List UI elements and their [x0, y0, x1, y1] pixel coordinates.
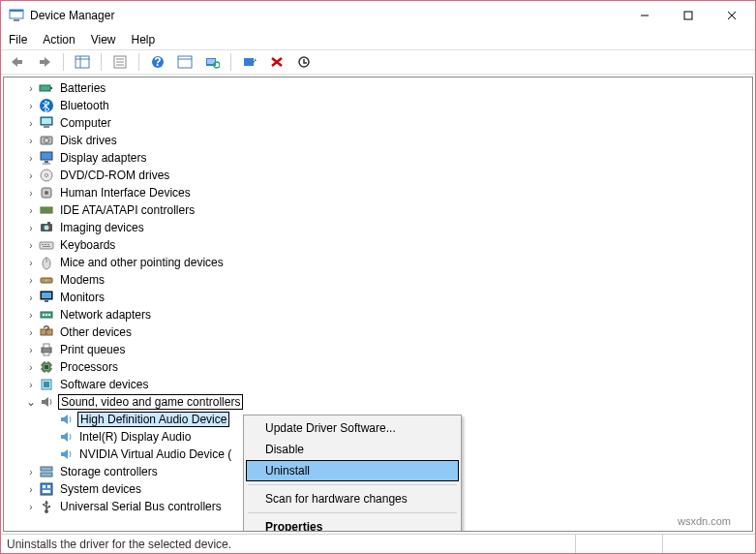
show-hide-tree-button[interactable] — [72, 51, 93, 73]
context-menu-item[interactable]: Properties — [246, 516, 459, 532]
svg-rect-2 — [14, 19, 19, 21]
tree-node-label: Other devices — [58, 325, 134, 339]
monitor-icon — [39, 290, 54, 305]
svg-point-34 — [45, 138, 49, 143]
expand-icon[interactable]: › — [23, 80, 39, 96]
toolbar: ? — [1, 49, 755, 75]
context-menu-item[interactable]: Update Driver Software... — [246, 417, 459, 439]
expand-icon[interactable]: › — [23, 290, 39, 305]
tree-node[interactable]: ›Processors — [4, 358, 752, 376]
svg-rect-82 — [41, 467, 52, 471]
menu-view[interactable]: View — [91, 33, 116, 46]
usb-icon — [39, 499, 54, 514]
expand-icon[interactable]: › — [23, 377, 39, 392]
svg-rect-68 — [44, 344, 49, 348]
expand-icon[interactable]: › — [23, 272, 39, 288]
tree-node-label: Human Interface Devices — [58, 186, 193, 200]
expand-icon[interactable]: › — [23, 220, 39, 235]
tree-node[interactable]: ›Disk drives — [4, 132, 752, 149]
menu-action[interactable]: Action — [43, 33, 75, 46]
status-cell — [662, 535, 749, 553]
expand-icon[interactable]: › — [23, 185, 39, 200]
svg-rect-48 — [40, 242, 53, 249]
tree-node[interactable]: ›Print queues — [4, 341, 752, 358]
tree-node[interactable]: ›Bluetooth — [4, 97, 752, 114]
tree-node[interactable]: ›IDE ATA/ATAPI controllers — [4, 201, 752, 219]
maximize-button[interactable] — [666, 2, 710, 29]
expand-icon[interactable]: › — [23, 481, 39, 497]
tree-node[interactable]: ›Computer — [4, 114, 752, 132]
back-button[interactable] — [7, 51, 28, 73]
tree-node-label: Keyboards — [58, 238, 117, 252]
context-menu-item[interactable]: Uninstall — [246, 460, 459, 481]
update-driver-button[interactable] — [239, 51, 260, 73]
properties-button[interactable] — [109, 51, 131, 73]
tree-node-label: IDE ATA/ATAPI controllers — [58, 203, 197, 217]
other-icon: ? — [39, 324, 54, 340]
modem-icon — [39, 272, 54, 288]
help-button[interactable]: ? — [147, 51, 168, 73]
tree-node[interactable]: ›Network adapters — [4, 306, 752, 323]
expand-icon[interactable]: › — [23, 115, 39, 131]
expand-icon[interactable]: › — [23, 237, 39, 253]
svg-rect-84 — [41, 483, 52, 495]
printer-icon — [39, 342, 54, 357]
tree-node[interactable]: ›Human Interface Devices — [4, 184, 752, 201]
tree-node[interactable]: ›?Other devices — [4, 323, 752, 341]
storage-icon — [39, 464, 54, 479]
status-cell — [575, 535, 662, 553]
tree-node[interactable]: ›Mice and other pointing devices — [4, 254, 752, 271]
uninstall-button[interactable] — [266, 51, 287, 73]
tree-node-label: Disk drives — [58, 134, 119, 147]
forward-button[interactable] — [34, 51, 55, 73]
context-menu-item[interactable]: Scan for hardware changes — [246, 488, 459, 509]
expand-icon[interactable]: › — [23, 499, 39, 514]
context-menu-item[interactable]: Disable — [246, 439, 459, 460]
tree-node-label: Processors — [58, 360, 120, 374]
tree-node[interactable]: ›Modems — [4, 271, 752, 289]
svg-rect-51 — [47, 244, 49, 245]
expand-icon[interactable]: › — [23, 255, 39, 270]
context-menu: Update Driver Software...DisableUninstal… — [243, 415, 462, 532]
svg-rect-18 — [178, 56, 192, 68]
svg-point-92 — [43, 504, 45, 506]
expand-icon[interactable]: › — [23, 324, 39, 340]
tree-node-label: Print queues — [58, 343, 127, 356]
tree-node[interactable]: ›Monitors — [4, 289, 752, 306]
svg-rect-85 — [43, 485, 45, 488]
tree-node[interactable]: ›Imaging devices — [4, 219, 752, 236]
expand-icon[interactable]: › — [23, 307, 39, 323]
svg-rect-42 — [41, 207, 52, 213]
expand-icon[interactable]: › — [23, 342, 39, 357]
tree-node-label: Display adapters — [58, 151, 148, 165]
svg-rect-64 — [48, 314, 50, 316]
display-icon — [39, 150, 54, 166]
tree-node[interactable]: ›DVD/CD-ROM drives — [4, 167, 752, 184]
expand-icon[interactable]: › — [23, 464, 39, 479]
menu-help[interactable]: Help — [132, 33, 156, 46]
collapse-icon[interactable]: ⌄ — [23, 394, 39, 410]
action-button[interactable] — [174, 51, 196, 73]
tree-node[interactable]: ›Keyboards — [4, 236, 752, 254]
expand-icon[interactable]: › — [23, 98, 39, 113]
disable-button[interactable] — [293, 51, 315, 73]
expand-icon[interactable]: › — [23, 133, 39, 148]
tree-node-label: Mice and other pointing devices — [58, 256, 226, 269]
tree-node[interactable]: ›Batteries — [4, 79, 752, 97]
tree-node[interactable]: ›Display adapters — [4, 149, 752, 167]
tree-node[interactable]: ⌄Sound, video and game controllers — [4, 393, 752, 411]
menu-file[interactable]: File — [9, 33, 27, 46]
expand-icon[interactable]: › — [23, 202, 39, 218]
tree-node[interactable]: ›Software devices — [4, 376, 752, 393]
minimize-button[interactable] — [622, 2, 666, 29]
expand-icon[interactable]: › — [23, 359, 39, 375]
scan-hardware-button[interactable] — [201, 51, 223, 73]
svg-rect-4 — [684, 12, 692, 19]
svg-rect-47 — [47, 222, 50, 224]
keyboard-icon — [39, 237, 54, 253]
cd-icon — [39, 168, 54, 183]
close-button[interactable] — [710, 2, 753, 29]
expand-icon[interactable]: › — [23, 168, 39, 183]
expand-icon[interactable]: › — [23, 150, 39, 166]
status-text: Uninstalls the driver for the selected d… — [7, 538, 231, 551]
